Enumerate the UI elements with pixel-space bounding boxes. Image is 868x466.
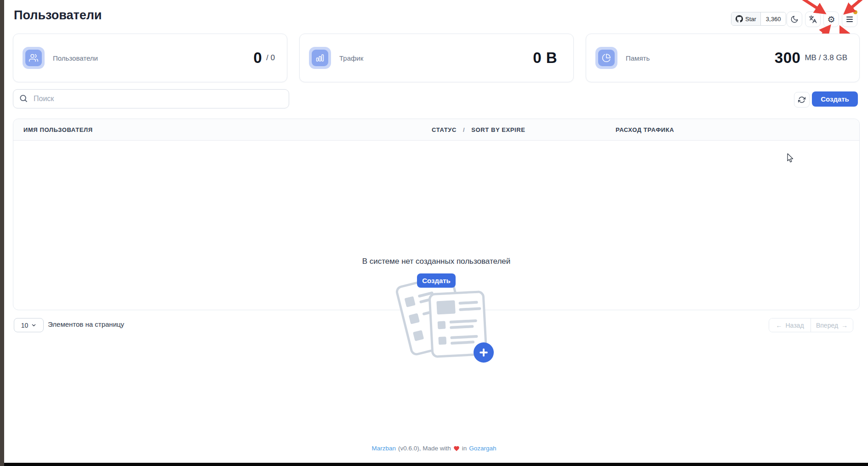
moon-icon: [790, 15, 799, 23]
heart-icon: [453, 445, 460, 452]
page-title: Пользователи: [14, 8, 102, 23]
empty-create-button[interactable]: Создать: [417, 273, 456, 288]
github-star-button[interactable]: Star: [731, 12, 761, 25]
stat-label: Пользователи: [53, 34, 98, 82]
marzban-link[interactable]: Marzban: [371, 445, 396, 452]
traffic-icon: [312, 50, 328, 66]
search-field: [13, 89, 289, 108]
settings-button[interactable]: ⚙: [823, 11, 839, 27]
github-star-label: Star: [745, 16, 756, 23]
notification-dot: [853, 10, 857, 14]
github-star-widget[interactable]: Star 3,360: [731, 12, 786, 26]
prev-page-button[interactable]: ← Назад: [769, 318, 811, 332]
stat-value: 0: [253, 49, 262, 67]
search-icon: [19, 94, 28, 105]
next-page-button[interactable]: Вперед →: [811, 318, 853, 332]
window-bottom-edge: [4, 463, 868, 466]
next-label: Вперед: [816, 322, 838, 329]
refresh-icon: [798, 96, 805, 103]
gear-icon: ⚙: [827, 15, 835, 24]
traffic-icon-tile: [309, 47, 331, 69]
stat-label: Трафик: [339, 34, 363, 82]
page-size-value: 10: [21, 322, 29, 329]
arrow-right-icon: →: [841, 322, 848, 329]
hamburger-icon: [846, 17, 853, 22]
pagination-controls: ← Назад Вперед →: [769, 318, 853, 332]
refresh-button[interactable]: [794, 92, 810, 108]
stat-value: 0 B: [533, 49, 557, 67]
search-input[interactable]: [13, 89, 289, 108]
memory-icon-tile: [595, 47, 617, 69]
per-page-label: Элементов на страницу: [48, 320, 124, 328]
empty-state-illustration: [390, 278, 496, 363]
arrow-left-icon: ←: [776, 322, 782, 329]
column-traffic: РАСХОД ТРАФИКА: [616, 126, 674, 133]
footer-text: (v0.6.0), Made with: [398, 445, 451, 452]
footer-in-text: in: [462, 445, 467, 452]
users-icon-tile: [23, 47, 45, 69]
github-star-count[interactable]: 3,360: [761, 12, 786, 25]
gozargah-link[interactable]: Gozargah: [469, 445, 496, 452]
users-table: ИМЯ ПОЛЬЗОВАТЕЛЯ СТАТУС / SORT BY EXPIRE…: [13, 119, 860, 310]
stat-card-traffic: Трафик 0 B: [299, 34, 574, 82]
column-username: ИМЯ ПОЛЬЗОВАТЕЛЯ: [23, 126, 93, 133]
memory-icon: [598, 50, 615, 66]
stat-card-users: Пользователи 0 / 0: [13, 34, 287, 82]
stat-suffix: MB / 3.8 GB: [805, 53, 847, 63]
status-header-label: СТАТУС: [432, 126, 457, 133]
create-button[interactable]: Создать: [812, 91, 858, 107]
prev-label: Назад: [785, 322, 804, 329]
column-status: СТАТУС / SORT BY EXPIRE: [432, 126, 525, 133]
stat-suffix: / 0: [266, 53, 275, 63]
header-separator: /: [463, 126, 465, 133]
footer: Marzban (v0.6.0), Made with in Gozargah: [0, 445, 868, 452]
add-icon: [474, 342, 494, 363]
stat-value: 300: [775, 49, 801, 67]
window-left-edge: [0, 0, 4, 466]
page-size-select[interactable]: 10: [14, 318, 44, 332]
users-icon: [25, 50, 42, 66]
github-icon: [736, 15, 743, 23]
marzban-users-page: Пользователи Star 3,360 ⚙: [0, 0, 868, 466]
empty-state-message: В системе нет созданных пользователей: [13, 257, 859, 266]
theme-toggle-button[interactable]: [787, 11, 802, 27]
sort-by-expire-control[interactable]: SORT BY EXPIRE: [471, 126, 525, 133]
chevron-down-icon: [31, 323, 36, 328]
language-button[interactable]: [805, 11, 821, 27]
table-header-row: ИМЯ ПОЛЬЗОВАТЕЛЯ СТАТУС / SORT BY EXPIRE…: [13, 119, 859, 141]
translate-icon: [809, 15, 817, 23]
stat-card-memory: Память 300 MB / 3.8 GB: [586, 34, 860, 82]
stat-label: Память: [626, 34, 650, 82]
